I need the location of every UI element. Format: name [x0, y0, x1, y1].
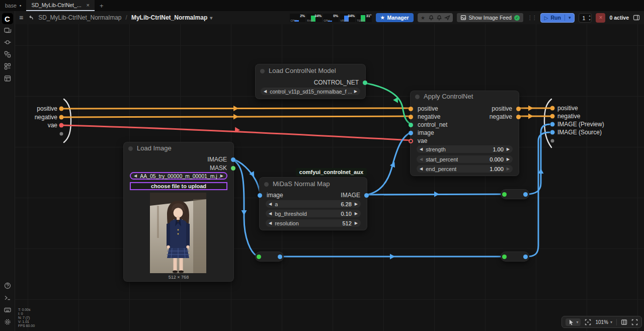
- templates-icon[interactable]: [2, 72, 14, 85]
- play-icon: ▷: [544, 15, 548, 21]
- positive-input-port[interactable]: [409, 107, 413, 111]
- arrow-left-icon: ◀: [269, 211, 272, 216]
- mask-output-port[interactable]: [231, 166, 235, 171]
- image-icon: [460, 15, 466, 21]
- comfyui-app: base ● SD_MyLib-CtrlNet_... × + C: [0, 0, 644, 331]
- link-controlnet: [358, 82, 412, 124]
- fullscreen-button[interactable]: [631, 319, 638, 325]
- collapse-dot-icon[interactable]: [415, 95, 420, 99]
- collapse-dot-icon[interactable]: [260, 69, 265, 73]
- graph-output-bracket: [544, 99, 551, 147]
- terminal-icon[interactable]: [2, 292, 14, 304]
- tab-active-workflow[interactable]: SD_MyLib-CtrlNet_... ×: [26, 0, 95, 11]
- node-load-image[interactable]: Load Image IMAGE MASK ◀ AA_05_try_00000_…: [123, 142, 234, 282]
- port-row: positive positive: [411, 105, 519, 113]
- choose-file-button[interactable]: choose file to upload: [130, 182, 227, 190]
- comfyui-logo[interactable]: C: [2, 13, 13, 24]
- image-output-port[interactable]: [364, 193, 369, 198]
- show-image-feed-button[interactable]: Show Image Feed ✓: [457, 13, 523, 22]
- node-library-icon[interactable]: [2, 36, 14, 48]
- graph-output-positive-port: [550, 106, 555, 111]
- image-input-port[interactable]: [258, 193, 262, 198]
- arrow-right-icon: ▶: [507, 147, 510, 151]
- port-row: vae: [411, 137, 519, 145]
- resolution-widget[interactable]: ◀ resolution 512 ▶: [266, 219, 361, 227]
- manager-button[interactable]: ★ Manager: [376, 13, 413, 22]
- negative-output-port[interactable]: [516, 115, 521, 119]
- graph-canvas[interactable]: positive negative vae positive negative …: [15, 24, 644, 331]
- settings-gear-icon[interactable]: [2, 316, 14, 328]
- arrow-left-icon: ◀: [269, 221, 272, 225]
- undo-icon[interactable]: [27, 14, 34, 21]
- arrow-left-icon: ◀: [420, 147, 423, 151]
- chevron-down-icon: ▾: [610, 320, 612, 324]
- reroute-input-port[interactable]: [257, 255, 261, 259]
- close-tab-icon[interactable]: ×: [87, 2, 90, 8]
- reroute-node-midas-image[interactable]: [501, 189, 529, 199]
- shortcuts-icon[interactable]: [2, 304, 14, 316]
- fit-view-button[interactable]: [585, 319, 591, 325]
- decrement-icon[interactable]: ▾: [589, 18, 590, 22]
- batch-count-stepper[interactable]: 1 ▴ ▾: [579, 13, 592, 23]
- reroute-node-source-right[interactable]: [501, 252, 529, 262]
- run-options-chevron-icon[interactable]: ▾: [569, 15, 571, 20]
- image-filename-widget[interactable]: ◀ AA_05_try_00000_m_00001_m.j ... ▶: [130, 172, 227, 180]
- reroute-input-port[interactable]: [502, 255, 507, 259]
- image-input-port[interactable]: [409, 131, 413, 135]
- tab-active-label: SD_MyLib-CtrlNet_...: [31, 2, 81, 8]
- help-icon[interactable]: [2, 280, 14, 292]
- graph-output-empty-port: [551, 139, 554, 143]
- node-apply-controlnet[interactable]: Apply ControlNet positive positive negat…: [410, 91, 519, 176]
- toggle-panel-icon[interactable]: [633, 14, 640, 21]
- increment-icon[interactable]: ▴: [589, 14, 590, 18]
- favorites-star-icon[interactable]: ★: [420, 14, 427, 21]
- reroute-node-source-left[interactable]: [255, 252, 284, 262]
- port-row: image IMAGE: [260, 191, 367, 199]
- strength-widget[interactable]: ◀ strength 1.00 ▶: [417, 145, 513, 153]
- tab-base[interactable]: base ●: [0, 0, 26, 11]
- image-output-port[interactable]: [231, 157, 235, 162]
- minimap-toggle-button[interactable]: [621, 319, 627, 325]
- controlnet-model-widget[interactable]: ◀ control_v11p_sd15_normalbae_f ... ▶: [261, 88, 360, 95]
- queue-icon[interactable]: [2, 24, 14, 36]
- menu-hamburger-icon[interactable]: ≡: [19, 14, 23, 22]
- reroute-input-port[interactable]: [502, 192, 507, 197]
- control-net-output-port[interactable]: [363, 80, 367, 85]
- node-midas-normal-map[interactable]: comfyui_controlnet_aux MiDaS Normal Map …: [259, 177, 367, 230]
- control-net-input-port[interactable]: [409, 123, 413, 127]
- a-widget[interactable]: ◀ a 6.28 ▶: [266, 200, 361, 208]
- canvas-toolbar: ▾ 101% ▾: [561, 316, 642, 328]
- start-percent-widget[interactable]: ◀ start_percent 0.000 ▶: [417, 155, 513, 163]
- collapse-dot-icon[interactable]: [264, 182, 269, 187]
- drag-handle-icon[interactable]: ⋮⋮: [527, 15, 536, 21]
- breadcrumb-parent[interactable]: SD_MyLib-CtrlNet_Normalmap: [38, 14, 121, 21]
- negative-input-port[interactable]: [409, 115, 413, 119]
- clear-queue-button[interactable]: ×: [596, 13, 605, 23]
- pointer-tool-button[interactable]: ▾: [566, 318, 581, 326]
- alert-bell-icon[interactable]: [436, 14, 443, 21]
- zoom-level[interactable]: 101% ▾: [595, 319, 612, 325]
- arrow-right-icon: ▶: [354, 89, 357, 94]
- workflows-icon[interactable]: [2, 60, 14, 72]
- link-image-to-reroute: [231, 159, 258, 257]
- model-library-icon[interactable]: [2, 48, 14, 60]
- breadcrumb-current[interactable]: MyLib-CtrlNet_Normalmap ▾: [131, 14, 212, 21]
- bg-threshold-widget[interactable]: ◀ bg_threshold 0.10 ▶: [266, 210, 361, 217]
- vae-input-port[interactable]: [409, 139, 413, 143]
- link-reroute-to-source: [526, 132, 550, 257]
- render-stats: T: 0.00s I: 0 N: 7 (7) V: 1.01 FPS 60.00: [18, 308, 35, 328]
- system-monitor: CPU2% RAM34% GPU0% VRAM34% TEMP31°: [290, 14, 372, 22]
- run-button[interactable]: ▷ Run ▾: [540, 13, 575, 23]
- reroute-output-port[interactable]: [523, 192, 528, 197]
- top-menu-bar: ≡ SD_MyLib-CtrlNet_Normalmap / MyLib-Ctr…: [15, 11, 644, 24]
- node-load-controlnet-model[interactable]: Load ControlNet Model CONTROL_NET ◀ cont…: [255, 64, 366, 99]
- share-arrow-icon[interactable]: [444, 14, 451, 21]
- end-percent-widget[interactable]: ◀ end_percent 1.000 ▶: [417, 165, 513, 173]
- collapse-dot-icon[interactable]: [128, 146, 133, 151]
- positive-output-port[interactable]: [516, 107, 521, 111]
- new-tab-button[interactable]: +: [95, 0, 109, 11]
- reroute-output-port[interactable]: [523, 255, 528, 259]
- link-reroute-to-preview: [526, 124, 550, 194]
- reroute-output-port[interactable]: [278, 255, 282, 259]
- notification-bell-icon[interactable]: [428, 14, 435, 21]
